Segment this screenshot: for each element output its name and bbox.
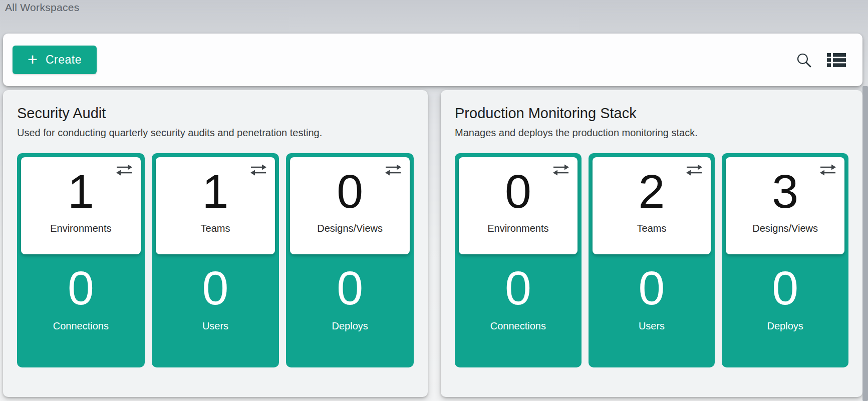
stat-value: 0	[68, 264, 94, 312]
stat-label: Connections	[53, 320, 109, 332]
stat-tile-front: 0 Environments	[459, 157, 577, 254]
toolbar: + Create	[3, 34, 862, 86]
stat-tile-front: 3 Designs/Views	[726, 157, 844, 254]
stat-label: Teams	[637, 223, 667, 234]
plus-icon: +	[28, 51, 38, 68]
stat-label: Environments	[50, 223, 111, 234]
flip-arrows-icon[interactable]	[819, 164, 837, 176]
stat-value: 0	[202, 264, 229, 312]
stat-label: Designs/Views	[752, 223, 818, 234]
stat-label: Environments	[487, 223, 548, 234]
stat-label: Designs/Views	[317, 223, 383, 234]
flip-arrows-icon[interactable]	[685, 164, 703, 176]
workspace-title: Security Audit	[17, 105, 414, 122]
stat-value: 1	[68, 168, 94, 215]
stat-label: Users	[639, 320, 665, 332]
stat-tile-front: 2 Teams	[593, 157, 711, 254]
stat-tile-designs-views[interactable]: 3 Designs/Views 0 Deploys	[722, 153, 848, 367]
stat-tile-front: 0 Designs/Views	[290, 157, 410, 254]
stat-value: 0	[772, 264, 798, 312]
flip-arrows-icon[interactable]	[384, 164, 402, 176]
stat-tile-front: 1 Teams	[156, 157, 275, 254]
flip-arrows-icon[interactable]	[249, 164, 267, 176]
workspace-description: Used for conducting quarterly security a…	[17, 127, 414, 139]
stat-tiles-row: 1 Environments 0 Connections	[17, 153, 414, 367]
stat-tile-bottom: 0 Connections	[455, 258, 582, 332]
stat-label: Deploys	[332, 320, 368, 332]
stat-tiles-row: 0 Environments 0 Connections	[455, 153, 848, 367]
stat-value: 0	[337, 264, 363, 312]
stat-label: Teams	[201, 223, 230, 234]
stat-tile-bottom: 0 Deploys	[286, 258, 414, 332]
stat-value: 0	[337, 168, 363, 215]
stat-tile-front: 1 Environments	[21, 157, 141, 254]
workspace-description: Manages and deploys the production monit…	[455, 127, 848, 139]
stat-tile-teams[interactable]: 2 Teams 0 Users	[589, 153, 715, 367]
stat-value: 1	[202, 168, 229, 215]
stat-tile-bottom: 0 Deploys	[722, 258, 848, 332]
workspace-card: Production Monitoring Stack Manages and …	[441, 90, 862, 397]
stat-tile-environments[interactable]: 1 Environments 0 Connections	[17, 153, 145, 367]
stat-value: 3	[772, 168, 798, 215]
stat-value: 2	[639, 168, 665, 215]
workspace-title: Production Monitoring Stack	[455, 105, 848, 122]
stat-label: Connections	[490, 320, 546, 332]
stat-tile-bottom: 0 Users	[589, 258, 715, 332]
flip-arrows-icon[interactable]	[552, 164, 570, 176]
list-view-icon[interactable]	[827, 53, 846, 68]
stat-tile-designs-views[interactable]: 0 Designs/Views 0 Deploys	[286, 153, 414, 367]
stat-tile-bottom: 0 Users	[152, 258, 279, 332]
stat-tile-teams[interactable]: 1 Teams 0 Users	[152, 153, 279, 367]
create-button-label: Create	[46, 53, 82, 67]
search-icon[interactable]	[796, 52, 812, 68]
stat-value: 0	[639, 264, 665, 312]
workspaces-screen: All Workspaces + Create Security Audit U	[0, 0, 868, 401]
stat-value: 0	[505, 264, 531, 312]
vertical-scrollbar[interactable]	[862, 86, 868, 401]
stat-tile-environments[interactable]: 0 Environments 0 Connections	[455, 153, 582, 367]
flip-arrows-icon[interactable]	[115, 164, 133, 176]
stat-value: 0	[505, 168, 531, 215]
stat-label: Deploys	[767, 320, 803, 332]
workspace-card: Security Audit Used for conducting quart…	[3, 90, 428, 397]
page-title: All Workspaces	[5, 2, 80, 14]
create-button[interactable]: + Create	[13, 46, 97, 74]
stat-tile-bottom: 0 Connections	[17, 258, 145, 332]
toolbar-icons	[796, 34, 846, 86]
stat-label: Users	[202, 320, 228, 332]
